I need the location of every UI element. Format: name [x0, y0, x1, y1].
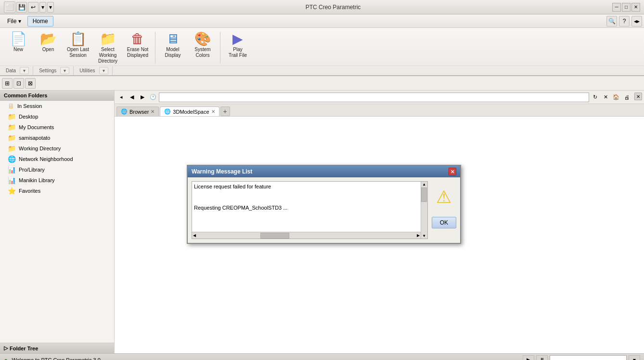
utilities-group-dropdown[interactable]: ▾: [99, 67, 108, 74]
home-tab[interactable]: Home: [27, 16, 53, 27]
sidebar-item-my-documents[interactable]: 📁 My Documents: [0, 122, 114, 133]
scroll-down-arrow[interactable]: ▼: [421, 233, 427, 239]
system-colors-button[interactable]: 🎨 SystemColors: [188, 30, 217, 66]
file-menu[interactable]: File ▾: [2, 16, 26, 27]
trail-icon: ▶: [232, 32, 243, 46]
view-detail-btn[interactable]: ⊠: [25, 78, 36, 89]
open-last-session-button[interactable]: 📋 Open LastSession: [64, 30, 92, 66]
browser-content: Warning Message List ✕ License request f…: [115, 117, 644, 353]
ribbon-sep-1: [155, 32, 155, 64]
view-list-btn[interactable]: ⊡: [13, 78, 24, 89]
scroll-left-arrow[interactable]: ◀: [192, 233, 197, 238]
3d-tab-label: 3DModelSpace: [173, 109, 209, 115]
help-btn[interactable]: ?: [619, 16, 630, 27]
browser-forward-btn[interactable]: ▶: [138, 93, 147, 102]
ribbon-sep-2: [220, 32, 220, 64]
dialog-side-panel: ⚠ OK: [432, 181, 456, 239]
browser-stop-btn[interactable]: ✕: [601, 93, 610, 102]
scroll-thumb-h[interactable]: [260, 233, 289, 239]
browser-home-btn[interactable]: 🏠: [611, 93, 621, 102]
dialog-scrollbar-v[interactable]: ▲ ▼: [421, 182, 427, 239]
open-last-icon: 📋: [70, 32, 87, 46]
model-display-button[interactable]: 🖥 ModelDisplay: [158, 30, 187, 66]
browser-tab-label: Browser: [129, 109, 149, 115]
sidebar-item-desktop[interactable]: 📁 Desktop: [0, 111, 114, 122]
status-combo-dropdown[interactable]: ▾: [629, 355, 640, 360]
play-trail-file-button[interactable]: ▶ PlayTrail File: [223, 30, 252, 66]
3d-tab-icon: 🌐: [164, 108, 171, 115]
new-button[interactable]: 📄 New: [4, 30, 33, 66]
maximize-btn[interactable]: □: [622, 3, 631, 12]
samisapotato-icon: 📁: [8, 134, 16, 142]
folder-tree-arrow: ▷: [4, 345, 8, 351]
sidebar-item-manikin-library[interactable]: 📊 Manikin Library: [0, 175, 114, 186]
menu-bar: File ▾ Home 🔍 ? ◂▸: [0, 14, 644, 28]
my-documents-icon: 📁: [8, 123, 16, 131]
settings-group-dropdown[interactable]: ▾: [60, 67, 69, 74]
scroll-up-arrow[interactable]: ▲: [421, 182, 427, 187]
working-dir-icon: 📁: [8, 145, 16, 152]
sidebar-item-in-session[interactable]: 🖥 In Session: [0, 101, 114, 111]
browser-print-btn[interactable]: 🖨: [622, 93, 631, 102]
dialog-ok-button[interactable]: OK: [432, 217, 456, 228]
quick-access-toolbar: ⬜ 💾 ↩ ▾ ▾: [4, 1, 54, 13]
sidebar-item-favorites[interactable]: ⭐ Favorites: [0, 186, 114, 196]
samisapotato-label: samisapotato: [19, 135, 50, 141]
quick-more-btn[interactable]: ▾: [47, 2, 54, 13]
status-pause-btn[interactable]: ⏸: [536, 355, 548, 360]
browser-collapse-btn[interactable]: ◂: [116, 93, 126, 102]
browser-tab-3d[interactable]: 🌐 3DModelSpace ✕: [160, 107, 219, 116]
close-btn[interactable]: ✕: [631, 3, 640, 12]
quick-save-btn[interactable]: 💾: [16, 2, 27, 13]
sidebar-item-pro-library[interactable]: 📊 Pro/Library: [0, 164, 114, 175]
dialog-close-btn[interactable]: ✕: [449, 168, 456, 175]
new-tab-btn[interactable]: +: [220, 107, 230, 116]
utilities-group: Utilities ▾: [74, 66, 112, 75]
search-btn[interactable]: 🔍: [606, 16, 617, 27]
dialog-message-line3: Requesting CREOPMA_SchoolSTD3 ...: [194, 205, 419, 211]
minimize-btn[interactable]: ─: [612, 3, 621, 12]
browser-history-btn[interactable]: 🕐: [148, 93, 158, 102]
browser-address-input[interactable]: [159, 93, 589, 102]
3d-tab-close[interactable]: ✕: [211, 109, 215, 114]
browser-panel-close[interactable]: ✕: [634, 93, 642, 100]
erase-not-displayed-button[interactable]: 🗑 Erase NotDisplayed: [123, 30, 152, 66]
app-title: PTC Creo Parametric: [54, 4, 612, 11]
browser-panel: ✕ ◂ ◀ ▶ 🕐 ↻ ✕ 🏠 🖨 💾 🌐 Browser ✕ 🌐 3DMode…: [115, 91, 644, 353]
scroll-thumb-v[interactable]: [421, 187, 427, 202]
main-layout: Common Folders 🖥 In Session 📁 Desktop 📁 …: [0, 91, 644, 353]
quick-dropdown-btn[interactable]: ▾: [39, 2, 46, 13]
scroll-right-arrow[interactable]: ▶: [416, 233, 421, 238]
view-grid-btn[interactable]: ⊞: [2, 78, 13, 89]
data-group-dropdown[interactable]: ▾: [20, 67, 29, 74]
dialog-message-area[interactable]: License request failed for feature Reque…: [192, 181, 428, 239]
open-button[interactable]: 📂 Open: [34, 30, 63, 66]
dialog-overlay: Warning Message List ✕ License request f…: [115, 117, 644, 353]
new-label: New: [13, 47, 23, 53]
status-combo-input[interactable]: [550, 355, 627, 360]
erase-icon: 🗑: [131, 32, 144, 46]
status-play-btn[interactable]: ▶: [523, 355, 534, 360]
app-icon[interactable]: ⬜: [4, 1, 15, 13]
title-bar: ⬜ 💾 ↩ ▾ ▾ PTC Creo Parametric ─ □ ✕: [0, 0, 644, 14]
sidebar-item-working-directory[interactable]: 📁 Working Directory: [0, 143, 114, 154]
settings-group-label: Settings: [37, 68, 58, 73]
select-dir-icon: 📁: [100, 32, 116, 46]
expand-btn[interactable]: ◂▸: [631, 16, 642, 27]
dialog-text-container: License request failed for feature Reque…: [192, 181, 428, 239]
folder-tree-label: Folder Tree: [10, 346, 38, 351]
warning-dialog: Warning Message List ✕ License request f…: [187, 165, 461, 244]
dialog-scrollbar-h[interactable]: ◀ ▶: [192, 232, 421, 239]
browser-back-btn[interactable]: ◀: [127, 93, 137, 102]
browser-tab-icon: 🌐: [121, 108, 128, 115]
sidebar-item-samisapotato[interactable]: 📁 samisapotato: [0, 133, 114, 143]
status-dot: ●: [4, 356, 8, 360]
browser-tab-close[interactable]: ✕: [151, 109, 155, 114]
browser-refresh-btn[interactable]: ↻: [590, 93, 600, 102]
select-working-directory-button[interactable]: 📁 Select WorkingDirectory: [93, 30, 122, 66]
folder-tree-toggle[interactable]: ▷ Folder Tree: [0, 343, 114, 353]
quick-undo-btn[interactable]: ↩: [28, 2, 39, 13]
sidebar-item-network-neighborhood[interactable]: 🌐 Network Neighborhood: [0, 154, 114, 164]
warning-icon: ⚠: [432, 183, 455, 211]
browser-tab-browser[interactable]: 🌐 Browser ✕: [116, 107, 159, 116]
